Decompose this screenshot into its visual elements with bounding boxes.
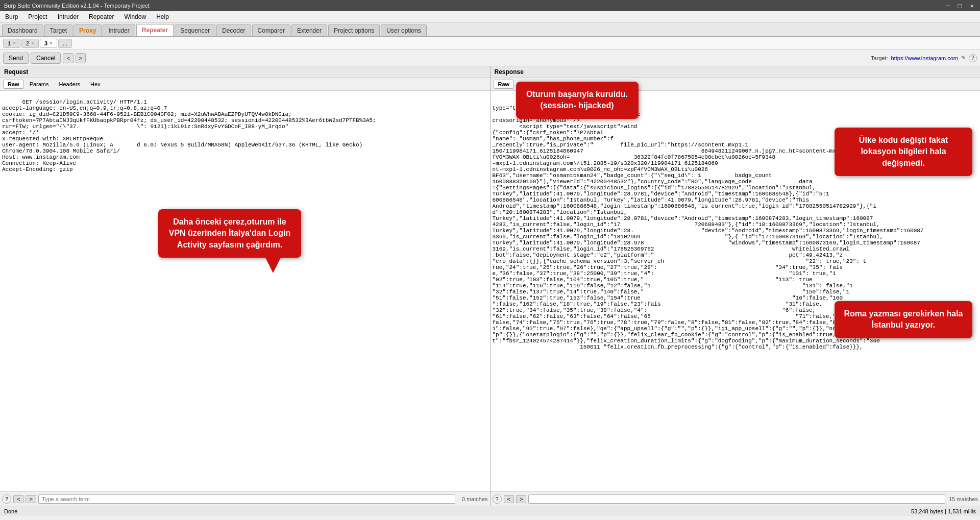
tab-params-request[interactable]: Params	[25, 80, 54, 89]
tab-user-options[interactable]: User options	[381, 24, 426, 36]
request-search-help[interactable]: ?	[2, 494, 11, 504]
tab-hex-response[interactable]: Hex	[547, 80, 566, 89]
repeater-tab-bar: 1×2×3×...	[0, 37, 980, 50]
tab-raw-response[interactable]: Raw	[494, 80, 514, 89]
request-search-bar: ? < > 0 matches	[0, 491, 490, 506]
tab-html-response[interactable]: HTML	[567, 80, 591, 89]
response-panel-header: Response	[491, 66, 981, 78]
repeater-tab-2[interactable]: 2×	[21, 39, 39, 48]
minimize-button[interactable]: −	[944, 2, 952, 10]
response-match-count: 15 matches	[947, 496, 978, 502]
forward-button[interactable]: >	[76, 53, 86, 63]
help-icon[interactable]: ?	[969, 54, 977, 62]
repeater-tab-...[interactable]: ...	[58, 39, 72, 48]
app-title: Burp Suite Community Edition v2.1.04 - T…	[4, 3, 150, 9]
menu-item-help[interactable]: Help	[153, 12, 172, 21]
close-tab-1[interactable]: ×	[13, 40, 16, 46]
close-button[interactable]: ×	[968, 2, 976, 10]
response-prev-match[interactable]: <	[504, 495, 514, 503]
target-info: Target: https://www.instagram.com ✎ ?	[871, 54, 977, 62]
status-done: Done	[4, 508, 17, 514]
menu-item-repeater[interactable]: Repeater	[86, 12, 117, 21]
request-next-match[interactable]: >	[26, 495, 36, 503]
tab-comparer[interactable]: Comparer	[252, 24, 290, 36]
response-search-input[interactable]: location	[528, 494, 945, 504]
request-panel-header: Request	[0, 66, 490, 78]
tab-repeater[interactable]: Repeater	[136, 24, 174, 36]
response-text: <link rel="stylesheet" h type="text/css"…	[493, 99, 924, 350]
tab-raw-request[interactable]: Raw	[3, 80, 24, 89]
repeater-tab-3[interactable]: 3×	[40, 39, 57, 48]
menu-item-window[interactable]: Window	[121, 12, 149, 21]
tab-headers-request[interactable]: Headers	[55, 80, 85, 89]
tab-sequencer[interactable]: Sequencer	[175, 24, 215, 36]
edit-icon[interactable]: ✎	[961, 55, 966, 61]
close-tab-2[interactable]: ×	[31, 40, 34, 46]
request-content[interactable]: GET /session/login_activity/ HTTP/1.1 ac…	[0, 91, 490, 491]
target-url: https://www.instagram.com	[891, 55, 958, 61]
tab-headers-response[interactable]: Headers	[515, 80, 546, 89]
status-size: 53,248 bytes | 1,531 millis	[911, 508, 976, 514]
window-controls: − □ ×	[944, 2, 976, 10]
menu-item-project[interactable]: Project	[25, 12, 50, 21]
send-button[interactable]: Send	[3, 53, 29, 64]
request-text: GET /session/login_activity/ HTTP/1.1 ac…	[2, 99, 376, 172]
menu-item-intruder[interactable]: Intruder	[55, 12, 82, 21]
request-prev-match[interactable]: <	[13, 495, 23, 503]
response-search-bar: ? < > location 15 matches	[491, 491, 981, 506]
toolbar: Send Cancel < > Target: https://www.inst…	[0, 50, 980, 66]
close-tab-3[interactable]: ×	[50, 40, 53, 46]
menu-item-burp[interactable]: Burp	[2, 12, 21, 21]
response-content[interactable]: <link rel="stylesheet" h type="text/css"…	[491, 91, 981, 491]
response-panel: Response Raw Headers Hex HTML Render <li…	[491, 66, 981, 506]
tab-extender[interactable]: Extender	[291, 24, 327, 36]
request-match-count: 0 matches	[457, 496, 488, 502]
status-bar: Done 53,248 bytes | 1,531 millis	[0, 506, 980, 516]
request-panel: Request Raw Params Headers Hex GET /sess…	[0, 66, 491, 506]
menu-bar: BurpProjectIntruderRepeaterWindowHelp	[0, 11, 980, 22]
title-bar: Burp Suite Community Edition v2.1.04 - T…	[0, 0, 980, 11]
tab-decoder[interactable]: Decoder	[216, 24, 251, 36]
tab-dashboard[interactable]: Dashboard	[2, 24, 43, 36]
repeater-tab-1[interactable]: 1×	[3, 39, 20, 48]
request-subtab-bar: Raw Params Headers Hex	[0, 78, 490, 91]
response-subtab-bar: Raw Headers Hex HTML Render	[491, 78, 981, 91]
target-label: Target:	[871, 55, 888, 61]
response-next-match[interactable]: >	[516, 495, 526, 503]
tab-project-options[interactable]: Project options	[328, 24, 380, 36]
main-content: Request Raw Params Headers Hex GET /sess…	[0, 66, 980, 506]
tab-proxy[interactable]: Proxy	[74, 24, 102, 36]
tab-render-response[interactable]: Render	[592, 80, 620, 89]
tab-intruder[interactable]: Intruder	[103, 24, 135, 36]
tab-hex-request[interactable]: Hex	[86, 80, 105, 89]
cancel-button[interactable]: Cancel	[31, 53, 61, 64]
main-tab-bar: DashboardTargetProxyIntruderRepeaterSequ…	[0, 22, 980, 37]
back-button[interactable]: <	[63, 53, 73, 63]
request-search-input[interactable]	[38, 494, 455, 504]
response-search-help[interactable]: ?	[493, 494, 502, 504]
tab-target[interactable]: Target	[44, 24, 72, 36]
maximize-button[interactable]: □	[956, 2, 964, 10]
